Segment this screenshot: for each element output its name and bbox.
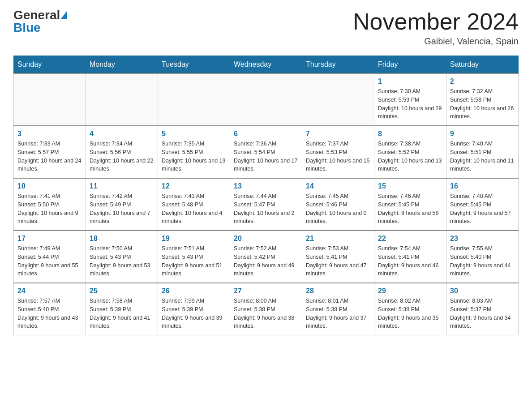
day-number: 2 bbox=[450, 77, 515, 86]
day-info: Sunrise: 7:30 AMSunset: 5:59 PMDaylight:… bbox=[378, 87, 442, 121]
day-number: 4 bbox=[90, 130, 154, 138]
calendar-cell: 18Sunrise: 7:50 AMSunset: 5:43 PMDayligh… bbox=[86, 231, 158, 283]
day-number: 13 bbox=[234, 182, 298, 190]
day-number: 23 bbox=[450, 235, 515, 243]
calendar-cell: 26Sunrise: 7:59 AMSunset: 5:39 PMDayligh… bbox=[158, 283, 230, 335]
day-info: Sunrise: 7:32 AMSunset: 5:58 PMDaylight:… bbox=[450, 87, 515, 121]
calendar-body: 1Sunrise: 7:30 AMSunset: 5:59 PMDaylight… bbox=[14, 73, 519, 335]
day-info: Sunrise: 7:36 AMSunset: 5:54 PMDaylight:… bbox=[234, 140, 298, 173]
day-info: Sunrise: 7:35 AMSunset: 5:55 PMDaylight:… bbox=[162, 140, 226, 173]
day-info: Sunrise: 8:02 AMSunset: 5:38 PMDaylight:… bbox=[378, 297, 442, 330]
day-info: Sunrise: 7:57 AMSunset: 5:40 PMDaylight:… bbox=[17, 297, 82, 330]
day-number: 17 bbox=[17, 235, 82, 243]
calendar-cell: 5Sunrise: 7:35 AMSunset: 5:55 PMDaylight… bbox=[158, 126, 230, 178]
day-info: Sunrise: 7:51 AMSunset: 5:43 PMDaylight:… bbox=[162, 244, 226, 278]
day-number: 5 bbox=[162, 130, 226, 138]
calendar-cell: 28Sunrise: 8:01 AMSunset: 5:38 PMDayligh… bbox=[302, 283, 374, 335]
calendar-cell bbox=[230, 73, 302, 126]
calendar-cell: 15Sunrise: 7:46 AMSunset: 5:45 PMDayligh… bbox=[374, 178, 446, 231]
day-number: 11 bbox=[90, 182, 154, 190]
day-info: Sunrise: 7:37 AMSunset: 5:53 PMDaylight:… bbox=[306, 140, 370, 173]
calendar-cell: 20Sunrise: 7:52 AMSunset: 5:42 PMDayligh… bbox=[230, 231, 302, 283]
calendar-cell: 13Sunrise: 7:44 AMSunset: 5:47 PMDayligh… bbox=[230, 178, 302, 231]
day-number: 16 bbox=[450, 182, 515, 190]
day-info: Sunrise: 7:34 AMSunset: 5:56 PMDaylight:… bbox=[90, 140, 154, 173]
calendar-cell: 21Sunrise: 7:53 AMSunset: 5:41 PMDayligh… bbox=[302, 231, 374, 283]
day-header-wednesday: Wednesday bbox=[230, 56, 302, 74]
calendar-week-4: 17Sunrise: 7:49 AMSunset: 5:44 PMDayligh… bbox=[14, 231, 519, 283]
calendar-cell: 24Sunrise: 7:57 AMSunset: 5:40 PMDayligh… bbox=[14, 283, 86, 335]
header-row: SundayMondayTuesdayWednesdayThursdayFrid… bbox=[14, 56, 519, 74]
calendar-cell: 27Sunrise: 8:00 AMSunset: 5:38 PMDayligh… bbox=[230, 283, 302, 335]
day-info: Sunrise: 7:46 AMSunset: 5:45 PMDaylight:… bbox=[378, 192, 442, 226]
calendar-table: SundayMondayTuesdayWednesdayThursdayFrid… bbox=[13, 56, 519, 335]
day-number: 14 bbox=[306, 182, 370, 190]
calendar-cell: 4Sunrise: 7:34 AMSunset: 5:56 PMDaylight… bbox=[86, 126, 158, 178]
day-info: Sunrise: 7:49 AMSunset: 5:44 PMDaylight:… bbox=[17, 244, 82, 278]
calendar-cell: 23Sunrise: 7:55 AMSunset: 5:40 PMDayligh… bbox=[446, 231, 519, 283]
day-info: Sunrise: 7:52 AMSunset: 5:42 PMDaylight:… bbox=[234, 244, 298, 278]
calendar-cell: 7Sunrise: 7:37 AMSunset: 5:53 PMDaylight… bbox=[302, 126, 374, 178]
calendar-cell: 9Sunrise: 7:40 AMSunset: 5:51 PMDaylight… bbox=[446, 126, 519, 178]
calendar-cell: 30Sunrise: 8:03 AMSunset: 5:37 PMDayligh… bbox=[446, 283, 519, 335]
day-info: Sunrise: 7:48 AMSunset: 5:45 PMDaylight:… bbox=[450, 192, 515, 226]
day-info: Sunrise: 7:40 AMSunset: 5:51 PMDaylight:… bbox=[450, 140, 515, 173]
calendar-header: SundayMondayTuesdayWednesdayThursdayFrid… bbox=[14, 56, 519, 74]
day-info: Sunrise: 7:33 AMSunset: 5:57 PMDaylight:… bbox=[17, 140, 82, 173]
logo-blue-text: Blue bbox=[13, 21, 41, 34]
day-number: 24 bbox=[17, 287, 82, 295]
logo-general-text: General bbox=[13, 9, 60, 21]
calendar-cell: 14Sunrise: 7:45 AMSunset: 5:46 PMDayligh… bbox=[302, 178, 374, 231]
day-number: 12 bbox=[162, 182, 226, 190]
day-info: Sunrise: 7:38 AMSunset: 5:52 PMDaylight:… bbox=[378, 140, 442, 173]
day-number: 6 bbox=[234, 130, 298, 138]
day-info: Sunrise: 7:42 AMSunset: 5:49 PMDaylight:… bbox=[90, 192, 154, 226]
day-number: 28 bbox=[306, 287, 370, 295]
day-number: 7 bbox=[306, 130, 370, 138]
calendar-cell: 25Sunrise: 7:58 AMSunset: 5:39 PMDayligh… bbox=[86, 283, 158, 335]
page-header: General Blue November 2024 Gaibiel, Vale… bbox=[13, 9, 519, 47]
calendar-cell: 10Sunrise: 7:41 AMSunset: 5:50 PMDayligh… bbox=[14, 178, 86, 231]
day-number: 25 bbox=[90, 287, 154, 295]
day-number: 10 bbox=[17, 182, 82, 190]
calendar-cell: 22Sunrise: 7:54 AMSunset: 5:41 PMDayligh… bbox=[374, 231, 446, 283]
day-header-friday: Friday bbox=[374, 56, 446, 74]
calendar-cell: 11Sunrise: 7:42 AMSunset: 5:49 PMDayligh… bbox=[86, 178, 158, 231]
day-info: Sunrise: 7:54 AMSunset: 5:41 PMDaylight:… bbox=[378, 244, 442, 278]
logo-triangle-icon bbox=[61, 11, 67, 19]
calendar-cell: 8Sunrise: 7:38 AMSunset: 5:52 PMDaylight… bbox=[374, 126, 446, 178]
day-number: 15 bbox=[378, 182, 442, 190]
location-text: Gaibiel, Valencia, Spain bbox=[353, 36, 519, 47]
day-info: Sunrise: 7:55 AMSunset: 5:40 PMDaylight:… bbox=[450, 244, 515, 278]
title-section: November 2024 Gaibiel, Valencia, Spain bbox=[353, 9, 519, 47]
day-header-sunday: Sunday bbox=[14, 56, 86, 74]
day-info: Sunrise: 8:01 AMSunset: 5:38 PMDaylight:… bbox=[306, 297, 370, 330]
day-info: Sunrise: 7:43 AMSunset: 5:48 PMDaylight:… bbox=[162, 192, 226, 226]
day-number: 27 bbox=[234, 287, 298, 295]
day-info: Sunrise: 7:41 AMSunset: 5:50 PMDaylight:… bbox=[17, 192, 82, 226]
day-number: 21 bbox=[306, 235, 370, 243]
day-number: 9 bbox=[450, 130, 515, 138]
calendar-cell: 12Sunrise: 7:43 AMSunset: 5:48 PMDayligh… bbox=[158, 178, 230, 231]
logo: General Blue bbox=[13, 9, 67, 34]
calendar-week-1: 1Sunrise: 7:30 AMSunset: 5:59 PMDaylight… bbox=[14, 73, 519, 126]
calendar-cell: 2Sunrise: 7:32 AMSunset: 5:58 PMDaylight… bbox=[446, 73, 519, 126]
day-number: 8 bbox=[378, 130, 442, 138]
day-info: Sunrise: 7:44 AMSunset: 5:47 PMDaylight:… bbox=[234, 192, 298, 226]
calendar-cell: 3Sunrise: 7:33 AMSunset: 5:57 PMDaylight… bbox=[14, 126, 86, 178]
calendar-cell: 29Sunrise: 8:02 AMSunset: 5:38 PMDayligh… bbox=[374, 283, 446, 335]
day-info: Sunrise: 7:50 AMSunset: 5:43 PMDaylight:… bbox=[90, 244, 154, 278]
calendar-cell bbox=[158, 73, 230, 126]
calendar-cell bbox=[86, 73, 158, 126]
calendar-cell: 1Sunrise: 7:30 AMSunset: 5:59 PMDaylight… bbox=[374, 73, 446, 126]
day-info: Sunrise: 7:53 AMSunset: 5:41 PMDaylight:… bbox=[306, 244, 370, 278]
calendar-cell: 16Sunrise: 7:48 AMSunset: 5:45 PMDayligh… bbox=[446, 178, 519, 231]
day-info: Sunrise: 8:03 AMSunset: 5:37 PMDaylight:… bbox=[450, 297, 515, 330]
day-header-tuesday: Tuesday bbox=[158, 56, 230, 74]
calendar-cell: 19Sunrise: 7:51 AMSunset: 5:43 PMDayligh… bbox=[158, 231, 230, 283]
day-number: 19 bbox=[162, 235, 226, 243]
day-info: Sunrise: 7:59 AMSunset: 5:39 PMDaylight:… bbox=[162, 297, 226, 330]
calendar-cell: 6Sunrise: 7:36 AMSunset: 5:54 PMDaylight… bbox=[230, 126, 302, 178]
calendar-cell bbox=[14, 73, 86, 126]
calendar-cell bbox=[302, 73, 374, 126]
